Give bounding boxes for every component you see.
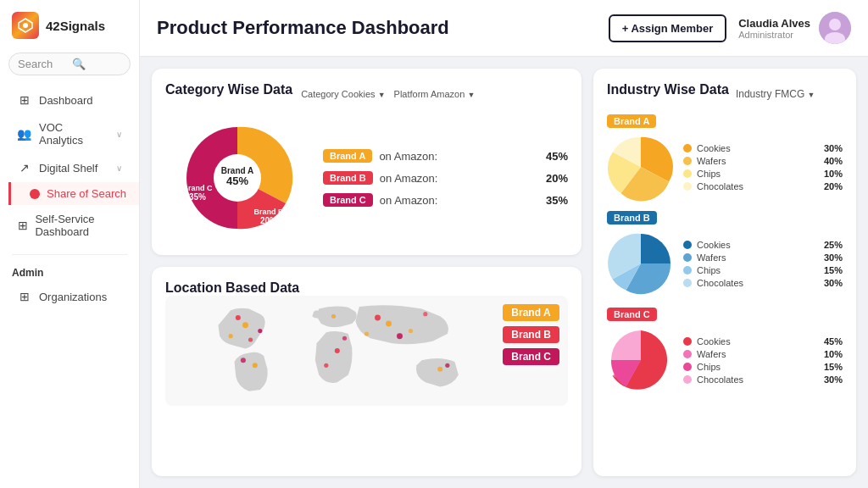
svg-point-22 — [335, 348, 340, 353]
user-name: Claudia Alves — [738, 17, 810, 30]
svg-point-18 — [437, 367, 442, 372]
brand-a-legend: Cookies 30% Wafers 40% Chips — [683, 143, 843, 191]
legend-row: Chocolates 20% — [683, 181, 843, 191]
legend-text-c: on Amazon: — [380, 194, 438, 207]
legend-pct-c: 35% — [546, 194, 568, 207]
sidebar-item-dashboard[interactable]: ⊞ Dashboard — [5, 86, 134, 114]
dot-icon — [683, 241, 692, 249]
industry-card-title: Industry Wise Data — [607, 82, 729, 97]
svg-point-20 — [236, 315, 241, 320]
industry-filter[interactable]: Industry FMCG ▼ — [736, 88, 815, 100]
item-pct: 30% — [824, 278, 843, 288]
svg-point-21 — [248, 337, 253, 341]
chevron-down-icon: ∨ — [116, 130, 122, 139]
page-title: Product Performance Dashboard — [157, 17, 609, 39]
voc-icon: 👥 — [17, 127, 32, 141]
search-input[interactable]: Search 🔍 — [8, 53, 131, 75]
cat-card-content: Brand A 45% Brand B 20% Brand C 35% — [165, 114, 568, 241]
industry-card-header: Industry Wise Data Industry FMCG ▼ — [607, 82, 843, 106]
item-pct: 45% — [824, 336, 843, 347]
legend-row: Chips 15% — [683, 362, 843, 372]
svg-text:20%: 20% — [260, 216, 277, 225]
item-pct: 15% — [824, 265, 843, 275]
svg-point-29 — [397, 333, 403, 339]
user-role: Administrator — [738, 30, 810, 40]
legend-pct-b: 20% — [546, 172, 568, 185]
item-label: Chocolates — [697, 374, 819, 385]
item-label: Cookies — [697, 240, 819, 250]
item-label: Wafers — [697, 252, 819, 263]
sidebar-item-self-service[interactable]: ⊞ Self-Service Dashboard — [5, 206, 134, 245]
sidebar-item-sos[interactable]: Share of Search — [8, 182, 139, 205]
item-pct: 30% — [824, 252, 843, 263]
brand-b-pie — [607, 230, 675, 297]
svg-text:Brand C: Brand C — [182, 184, 213, 192]
svg-point-19 — [364, 331, 369, 336]
dot-icon — [683, 337, 692, 346]
digital-shelf-icon: ↗ — [17, 161, 32, 175]
dashboard-body: Category Wise Data Category Cookies ▼ Pl… — [140, 57, 868, 488]
nav-section: ⊞ Dashboard 👥 VOC Analytics ∨ ↗ Digital … — [0, 84, 139, 247]
world-map: Brand A Brand B Brand C — [165, 296, 568, 406]
category-pie-chart: Brand A 45% Brand B 20% Brand C 35% — [165, 114, 309, 241]
self-service-icon: ⊞ — [17, 219, 28, 232]
svg-point-1 — [23, 23, 28, 28]
industry-brand-c-section: Brand C — [607, 306, 843, 394]
sidebar-item-label: Share of Search — [47, 187, 126, 200]
dot-icon — [683, 350, 692, 358]
chevron-down-icon: ∨ — [116, 164, 122, 173]
app-logo-icon — [12, 12, 39, 39]
legend-row: Chips 15% — [683, 265, 843, 275]
brand-c-pie — [607, 326, 675, 394]
item-label: Cookies — [697, 336, 819, 347]
dot-icon — [683, 375, 692, 384]
left-column: Category Wise Data Category Cookies ▼ Pl… — [152, 69, 581, 476]
brand-c-label: Brand C — [607, 308, 657, 321]
sidebar-logo: 42Signals — [0, 0, 139, 47]
item-pct: 40% — [824, 156, 843, 166]
industry-wise-card: Industry Wise Data Industry FMCG ▼ Brand… — [593, 69, 856, 476]
svg-point-30 — [445, 363, 449, 368]
svg-point-28 — [342, 336, 347, 341]
item-pct: 30% — [824, 374, 843, 385]
sidebar-item-label: Organizations — [39, 291, 107, 303]
item-pct: 10% — [824, 169, 843, 179]
legend-item-b: Brand B on Amazon: 20% — [323, 171, 568, 185]
legend-text-a: on Amazon: — [379, 150, 437, 163]
sidebar-item-digital-shelf[interactable]: ↗ Digital Shelf ∨ — [5, 154, 134, 181]
brand-b-badge: Brand B — [323, 171, 373, 185]
sos-dot-icon — [30, 189, 40, 199]
map-brand-c-badge: Brand C — [503, 348, 559, 365]
item-pct: 10% — [824, 349, 843, 359]
cat-filter-category[interactable]: Category Cookies ▼ — [301, 89, 385, 99]
cat-filter-platform[interactable]: Platform Amazon ▼ — [394, 89, 476, 99]
cat-filter-platform-label: Platform — [394, 89, 429, 99]
item-label: Chips — [697, 362, 819, 372]
svg-point-17 — [409, 329, 413, 333]
item-label: Wafers — [697, 349, 819, 359]
brand-a-pie — [607, 133, 675, 201]
cat-filter-category-label: Category — [301, 89, 339, 99]
search-label: Search — [18, 58, 67, 70]
legend-row: Chips 10% — [683, 169, 843, 179]
organizations-icon: ⊞ — [17, 290, 32, 303]
assign-member-button[interactable]: + Assign Member — [609, 14, 727, 42]
dot-icon — [683, 182, 692, 191]
brand-a-label: Brand A — [607, 114, 656, 128]
sidebar-item-label: Dashboard — [39, 94, 93, 107]
sidebar-item-voc[interactable]: 👥 VOC Analytics ∨ — [5, 114, 134, 153]
dot-icon — [683, 279, 692, 287]
legend-text-b: on Amazon: — [380, 172, 438, 185]
item-label: Wafers — [697, 156, 819, 166]
industry-brand-a-section: Brand A — [607, 113, 843, 201]
item-pct: 15% — [824, 362, 843, 372]
svg-point-26 — [258, 329, 262, 333]
svg-point-3 — [829, 19, 841, 30]
industry-filter-label: Industry — [736, 88, 772, 100]
dot-icon — [683, 266, 692, 274]
item-label: Chocolates — [697, 278, 819, 288]
sidebar-item-organizations[interactable]: ⊞ Organizations — [5, 283, 134, 310]
map-brand-b-badge: Brand B — [503, 326, 559, 343]
item-pct: 30% — [824, 143, 843, 153]
industry-brand-b-section: Brand B — [607, 209, 843, 297]
